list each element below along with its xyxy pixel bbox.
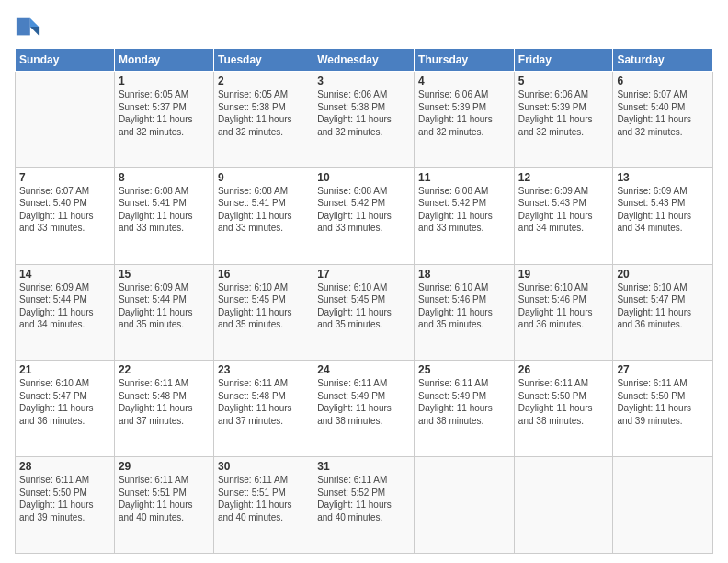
week-row: 21Sunrise: 6:10 AM Sunset: 5:47 PM Dayli… <box>16 361 713 457</box>
day-cell: 9Sunrise: 6:08 AM Sunset: 5:41 PM Daylig… <box>213 167 313 264</box>
day-number: 30 <box>218 460 309 473</box>
day-number: 19 <box>518 268 609 281</box>
day-cell: 12Sunrise: 6:09 AM Sunset: 5:43 PM Dayli… <box>514 167 613 264</box>
day-cell: 24Sunrise: 6:11 AM Sunset: 5:49 PM Dayli… <box>313 361 415 457</box>
day-info: Sunrise: 6:08 AM Sunset: 5:42 PM Dayligh… <box>418 185 510 235</box>
day-info: Sunrise: 6:11 AM Sunset: 5:50 PM Dayligh… <box>518 377 609 427</box>
day-number: 7 <box>19 171 110 184</box>
day-number: 3 <box>317 75 410 87</box>
day-info: Sunrise: 6:10 AM Sunset: 5:45 PM Dayligh… <box>317 282 410 331</box>
day-cell: 27Sunrise: 6:11 AM Sunset: 5:50 PM Dayli… <box>613 361 713 457</box>
day-number: 2 <box>218 75 309 87</box>
day-info: Sunrise: 6:11 AM Sunset: 5:50 PM Dayligh… <box>617 377 709 427</box>
day-cell <box>16 72 115 168</box>
col-header-monday: Monday <box>114 49 213 72</box>
day-cell: 14Sunrise: 6:09 AM Sunset: 5:44 PM Dayli… <box>16 264 115 361</box>
day-cell: 11Sunrise: 6:08 AM Sunset: 5:42 PM Dayli… <box>415 167 515 264</box>
day-info: Sunrise: 6:09 AM Sunset: 5:43 PM Dayligh… <box>617 185 709 235</box>
day-number: 28 <box>19 460 110 473</box>
day-info: Sunrise: 6:07 AM Sunset: 5:40 PM Dayligh… <box>19 185 110 235</box>
day-info: Sunrise: 6:11 AM Sunset: 5:49 PM Dayligh… <box>418 377 510 427</box>
day-number: 10 <box>317 171 410 184</box>
week-row: 14Sunrise: 6:09 AM Sunset: 5:44 PM Dayli… <box>16 264 713 361</box>
day-cell: 18Sunrise: 6:10 AM Sunset: 5:46 PM Dayli… <box>415 264 515 361</box>
day-info: Sunrise: 6:09 AM Sunset: 5:43 PM Dayligh… <box>518 185 609 235</box>
day-number: 5 <box>518 75 609 87</box>
day-number: 13 <box>617 171 709 184</box>
day-number: 23 <box>218 363 309 376</box>
day-cell: 21Sunrise: 6:10 AM Sunset: 5:47 PM Dayli… <box>16 361 115 457</box>
day-info: Sunrise: 6:09 AM Sunset: 5:44 PM Dayligh… <box>119 282 210 331</box>
col-header-tuesday: Tuesday <box>213 49 313 72</box>
day-number: 25 <box>418 363 510 376</box>
day-info: Sunrise: 6:08 AM Sunset: 5:41 PM Dayligh… <box>119 185 210 235</box>
day-info: Sunrise: 6:11 AM Sunset: 5:49 PM Dayligh… <box>317 377 410 427</box>
day-cell: 3Sunrise: 6:06 AM Sunset: 5:38 PM Daylig… <box>313 72 415 168</box>
day-number: 9 <box>218 171 309 184</box>
day-cell: 8Sunrise: 6:08 AM Sunset: 5:41 PM Daylig… <box>114 167 213 264</box>
day-cell: 19Sunrise: 6:10 AM Sunset: 5:46 PM Dayli… <box>514 264 613 361</box>
day-info: Sunrise: 6:10 AM Sunset: 5:46 PM Dayligh… <box>518 282 609 331</box>
day-number: 24 <box>317 363 410 376</box>
day-cell: 25Sunrise: 6:11 AM Sunset: 5:49 PM Dayli… <box>415 361 515 457</box>
day-cell: 2Sunrise: 6:05 AM Sunset: 5:38 PM Daylig… <box>213 72 313 168</box>
col-header-saturday: Saturday <box>613 49 713 72</box>
day-cell <box>514 457 613 554</box>
day-number: 12 <box>518 171 609 184</box>
day-cell: 15Sunrise: 6:09 AM Sunset: 5:44 PM Dayli… <box>114 264 213 361</box>
day-info: Sunrise: 6:10 AM Sunset: 5:46 PM Dayligh… <box>418 282 510 331</box>
day-number: 29 <box>119 460 210 473</box>
day-info: Sunrise: 6:08 AM Sunset: 5:42 PM Dayligh… <box>317 185 410 235</box>
col-header-thursday: Thursday <box>415 49 515 72</box>
week-row: 28Sunrise: 6:11 AM Sunset: 5:50 PM Dayli… <box>16 457 713 554</box>
day-cell: 30Sunrise: 6:11 AM Sunset: 5:51 PM Dayli… <box>213 457 313 554</box>
day-cell: 17Sunrise: 6:10 AM Sunset: 5:45 PM Dayli… <box>313 264 415 361</box>
svg-marker-1 <box>30 27 39 35</box>
logo-icon <box>15 15 40 40</box>
day-info: Sunrise: 6:10 AM Sunset: 5:45 PM Dayligh… <box>218 282 309 331</box>
day-info: Sunrise: 6:11 AM Sunset: 5:50 PM Dayligh… <box>19 474 110 523</box>
header-row: SundayMondayTuesdayWednesdayThursdayFrid… <box>16 49 713 72</box>
day-cell: 7Sunrise: 6:07 AM Sunset: 5:40 PM Daylig… <box>16 167 115 264</box>
day-info: Sunrise: 6:06 AM Sunset: 5:39 PM Dayligh… <box>418 88 510 138</box>
col-header-friday: Friday <box>514 49 613 72</box>
day-cell <box>613 457 713 554</box>
day-number: 21 <box>19 363 110 376</box>
day-cell: 1Sunrise: 6:05 AM Sunset: 5:37 PM Daylig… <box>114 72 213 168</box>
day-number: 15 <box>119 268 210 281</box>
day-cell: 5Sunrise: 6:06 AM Sunset: 5:39 PM Daylig… <box>514 72 613 168</box>
day-cell: 20Sunrise: 6:10 AM Sunset: 5:47 PM Dayli… <box>613 264 713 361</box>
day-info: Sunrise: 6:08 AM Sunset: 5:41 PM Dayligh… <box>218 185 309 235</box>
col-header-sunday: Sunday <box>16 49 115 72</box>
day-number: 6 <box>617 75 709 87</box>
day-cell <box>415 457 515 554</box>
day-number: 22 <box>119 363 210 376</box>
day-cell: 6Sunrise: 6:07 AM Sunset: 5:40 PM Daylig… <box>613 72 713 168</box>
week-row: 1Sunrise: 6:05 AM Sunset: 5:37 PM Daylig… <box>16 72 713 168</box>
svg-rect-2 <box>17 18 30 36</box>
logo <box>15 15 44 40</box>
day-info: Sunrise: 6:11 AM Sunset: 5:48 PM Dayligh… <box>218 377 309 427</box>
day-number: 27 <box>617 363 709 376</box>
day-info: Sunrise: 6:10 AM Sunset: 5:47 PM Dayligh… <box>19 377 110 427</box>
day-cell: 13Sunrise: 6:09 AM Sunset: 5:43 PM Dayli… <box>613 167 713 264</box>
day-cell: 4Sunrise: 6:06 AM Sunset: 5:39 PM Daylig… <box>415 72 515 168</box>
day-info: Sunrise: 6:09 AM Sunset: 5:44 PM Dayligh… <box>19 282 110 331</box>
calendar: SundayMondayTuesdayWednesdayThursdayFrid… <box>15 48 713 554</box>
day-cell: 28Sunrise: 6:11 AM Sunset: 5:50 PM Dayli… <box>16 457 115 554</box>
header <box>15 15 713 40</box>
day-cell: 16Sunrise: 6:10 AM Sunset: 5:45 PM Dayli… <box>213 264 313 361</box>
day-info: Sunrise: 6:06 AM Sunset: 5:38 PM Dayligh… <box>317 88 410 138</box>
day-info: Sunrise: 6:11 AM Sunset: 5:52 PM Dayligh… <box>317 474 410 523</box>
day-number: 26 <box>518 363 609 376</box>
col-header-wednesday: Wednesday <box>313 49 415 72</box>
day-cell: 31Sunrise: 6:11 AM Sunset: 5:52 PM Dayli… <box>313 457 415 554</box>
week-row: 7Sunrise: 6:07 AM Sunset: 5:40 PM Daylig… <box>16 167 713 264</box>
day-number: 8 <box>119 171 210 184</box>
page: SundayMondayTuesdayWednesdayThursdayFrid… <box>0 0 728 563</box>
day-cell: 22Sunrise: 6:11 AM Sunset: 5:48 PM Dayli… <box>114 361 213 457</box>
day-number: 18 <box>418 268 510 281</box>
day-cell: 29Sunrise: 6:11 AM Sunset: 5:51 PM Dayli… <box>114 457 213 554</box>
day-info: Sunrise: 6:10 AM Sunset: 5:47 PM Dayligh… <box>617 282 709 331</box>
day-info: Sunrise: 6:11 AM Sunset: 5:51 PM Dayligh… <box>119 474 210 523</box>
